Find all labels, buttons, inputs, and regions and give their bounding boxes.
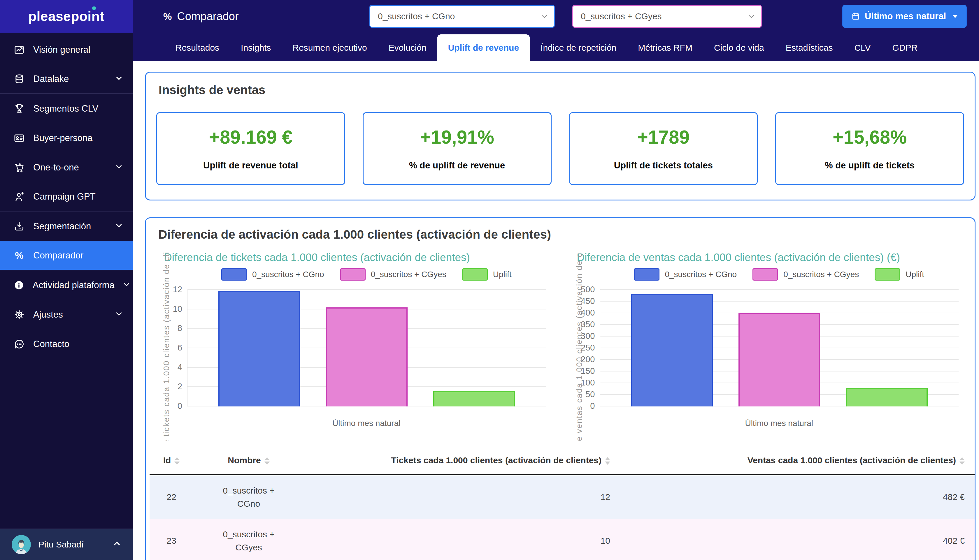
segment-select-a[interactable]: 0_suscritos + CGno bbox=[369, 5, 555, 28]
sidebar-item-label: Datalake bbox=[33, 74, 107, 84]
period-button-label: Último mes natural bbox=[865, 11, 946, 22]
legend-item-0-suscritos-cgyes[interactable]: 0_suscritos + CGyes bbox=[340, 268, 446, 281]
legend-item-uplift[interactable]: Uplift bbox=[875, 268, 924, 281]
chevron-down-icon[interactable] bbox=[115, 162, 123, 173]
chevron-down-icon[interactable] bbox=[115, 74, 123, 84]
y-tick-label: 4 bbox=[177, 362, 182, 372]
bars-group bbox=[600, 290, 959, 407]
bar-0-suscritos-cgyes bbox=[738, 313, 820, 407]
x-axis-label: Último mes natural bbox=[600, 419, 959, 428]
period-button[interactable]: Último mes natural bbox=[842, 5, 967, 28]
legend-item-0-suscritos-cgno[interactable]: 0_suscritos + CGno bbox=[221, 268, 324, 281]
stat-card-de-uplift-de-tickets: +15,68%% de uplift de tickets bbox=[775, 112, 964, 185]
sidebar-item-comparador[interactable]: %Comparador bbox=[0, 241, 133, 270]
bar-0-suscritos-cgno bbox=[631, 294, 713, 407]
chevron-down-icon[interactable] bbox=[115, 310, 123, 320]
sort-icon[interactable] bbox=[605, 457, 610, 465]
sidebar-item-datalake[interactable]: Datalake bbox=[0, 64, 133, 94]
tab-clv[interactable]: CLV bbox=[844, 34, 881, 61]
legend-item-uplift[interactable]: Uplift bbox=[462, 268, 512, 281]
sidebar-item-one-to-one[interactable]: One-to-one bbox=[0, 153, 133, 182]
y-tick-label: 2 bbox=[177, 382, 182, 391]
comparison-table: IdNombreTickets cada 1.000 clientes (act… bbox=[150, 448, 975, 560]
tab-resultados[interactable]: Resultados bbox=[165, 34, 230, 61]
sidebar-item-campaign-gpt[interactable]: Campaign GPT bbox=[0, 182, 133, 212]
sidebar-item-buyer-persona[interactable]: Buyer-persona bbox=[0, 123, 133, 153]
insights-title: Insights de ventas bbox=[159, 83, 964, 97]
legend-label: 0_suscritos + CGno bbox=[665, 270, 737, 279]
chevron-down-icon[interactable] bbox=[115, 221, 123, 232]
sort-icon[interactable] bbox=[959, 457, 965, 465]
tab-gdpr[interactable]: GDPR bbox=[882, 34, 929, 61]
cell-nombre: 0_suscritos + CGyes bbox=[193, 519, 304, 560]
stat-value: +89.169 € bbox=[209, 127, 293, 148]
segment-select-b[interactable]: 0_suscritos + CGyes bbox=[572, 5, 762, 28]
stat-label: % de uplift de revenue bbox=[409, 160, 505, 171]
legend-label: 0_suscritos + CGyes bbox=[784, 270, 859, 279]
logo[interactable]: pleasepoint bbox=[0, 0, 133, 33]
sort-icon[interactable] bbox=[264, 457, 270, 465]
chart-title: Diferencia de ventas cada 1.000 clientes… bbox=[577, 252, 963, 264]
y-tick-label: 200 bbox=[581, 355, 595, 364]
tab-insights[interactable]: Insights bbox=[230, 34, 282, 61]
percent-icon: % bbox=[163, 11, 172, 22]
user-menu[interactable]: Pitu Sabadí bbox=[0, 528, 133, 560]
tab-estadisticas[interactable]: Estadísticas bbox=[775, 34, 844, 61]
user-name: Pitu Sabadí bbox=[38, 540, 84, 550]
chevron-down-icon[interactable] bbox=[123, 280, 130, 290]
sidebar-item-segmentos-clv[interactable]: Segmentos CLV bbox=[0, 94, 133, 123]
cell-tickets: 10 bbox=[304, 519, 613, 560]
sidebar-item-ajustes[interactable]: Ajustes bbox=[0, 300, 133, 329]
column-header-nombre[interactable]: Nombre bbox=[193, 448, 304, 475]
chevron-down-icon bbox=[747, 13, 755, 20]
id-card-icon bbox=[13, 133, 25, 143]
table-row-23: 230_suscritos + CGyes10402 € bbox=[150, 519, 975, 560]
gear-icon bbox=[13, 309, 25, 320]
tab-indice-de-repeticion[interactable]: Índice de repetición bbox=[530, 34, 627, 61]
stat-label: Uplift de revenue total bbox=[203, 160, 298, 171]
column-header-ventas-cada-1-000-clientes-act[interactable]: Ventas cada 1.000 clientes (activación d… bbox=[613, 448, 975, 475]
tab-uplift-de-revenue[interactable]: Uplift de revenue bbox=[437, 34, 530, 61]
column-header-id[interactable]: Id bbox=[150, 448, 193, 475]
stat-value: +1789 bbox=[637, 127, 690, 148]
y-tick-label: 300 bbox=[581, 331, 595, 341]
tab-ciclo-de-vida[interactable]: Ciclo de vida bbox=[703, 34, 775, 61]
column-header-label: Ventas cada 1.000 clientes (activación d… bbox=[747, 455, 956, 465]
column-header-label: Tickets cada 1.000 clientes (activación … bbox=[391, 455, 601, 465]
legend-item-0-suscritos-cgyes[interactable]: 0_suscritos + CGyes bbox=[752, 268, 859, 281]
legend-label: Uplift bbox=[493, 270, 512, 279]
stat-cards-row: +89.169 €Uplift de revenue total+19,91%%… bbox=[156, 112, 964, 185]
y-tick-label: 350 bbox=[581, 320, 595, 329]
chart-line-icon bbox=[13, 44, 25, 55]
y-tick-label: 0 bbox=[177, 401, 182, 411]
activation-title: Diferencia de activación cada 1.000 clie… bbox=[158, 228, 971, 242]
tab-evolucion[interactable]: Evolución bbox=[378, 34, 437, 61]
column-header-tickets-cada-1-000-clientes-ac[interactable]: Tickets cada 1.000 clientes (activación … bbox=[304, 448, 613, 475]
tab-metricas-rfm[interactable]: Métricas RFM bbox=[627, 34, 703, 61]
legend-swatch bbox=[340, 268, 366, 281]
sidebar-item-contacto[interactable]: Contacto bbox=[0, 329, 133, 359]
y-tick-label: 0 bbox=[590, 401, 595, 411]
chat-icon bbox=[13, 338, 25, 350]
chart-title: Diferencia de tickets cada 1.000 cliente… bbox=[164, 252, 550, 264]
logo-dot-icon bbox=[92, 7, 96, 10]
legend-swatch bbox=[634, 268, 660, 281]
chevron-up-icon[interactable] bbox=[113, 540, 121, 550]
legend-item-0-suscritos-cgno[interactable]: 0_suscritos + CGno bbox=[634, 268, 737, 281]
tickets-chart: Diferencia de tickets cada 1.000 cliente… bbox=[158, 250, 550, 441]
legend-swatch bbox=[752, 268, 778, 281]
trophy-icon bbox=[13, 103, 25, 114]
cell-id: 23 bbox=[150, 519, 193, 560]
sidebar-item-actividad-plataforma[interactable]: Actividad plataforma bbox=[0, 270, 133, 300]
segment-select-b-value: 0_suscritos + CGyes bbox=[581, 12, 662, 21]
cell-id: 22 bbox=[150, 475, 193, 519]
sidebar-item-label: Segmentos CLV bbox=[33, 103, 123, 114]
sidebar-item-vision-general[interactable]: Visión general bbox=[0, 35, 133, 64]
sidebar-nav: Visión generalDatalakeSegmentos CLVBuyer… bbox=[0, 33, 133, 359]
legend-swatch bbox=[462, 268, 488, 281]
sidebar-item-segmentacion[interactable]: Segmentación bbox=[0, 212, 133, 241]
sidebar-item-label: Campaign GPT bbox=[33, 192, 123, 202]
sort-icon[interactable] bbox=[174, 457, 180, 465]
sidebar-item-label: Visión general bbox=[33, 45, 123, 55]
tab-resumen-ejecutivo[interactable]: Resumen ejecutivo bbox=[282, 34, 378, 61]
